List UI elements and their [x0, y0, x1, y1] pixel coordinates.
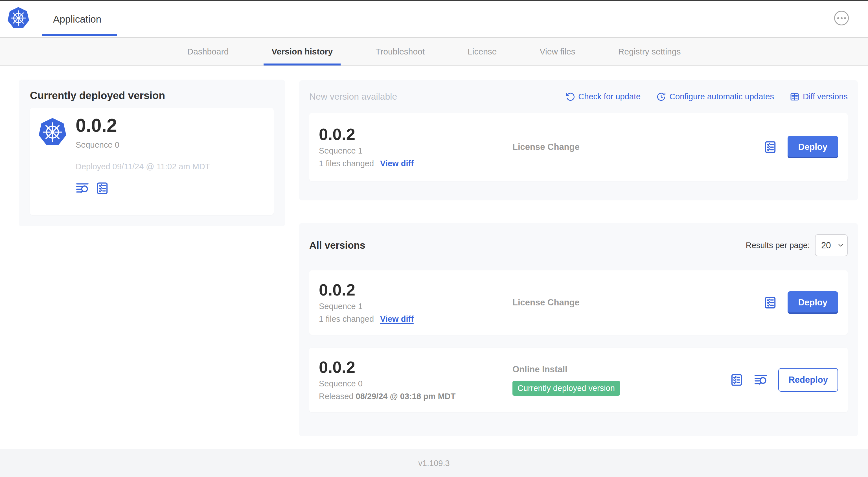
- view-diff-link[interactable]: View diff: [380, 315, 414, 324]
- admin-console-version: v1.109.3: [418, 459, 450, 468]
- currently-deployed-badge: Currently deployed version: [513, 381, 620, 396]
- results-per-page-select[interactable]: 20: [815, 234, 848, 256]
- app-title-active-indicator: [42, 34, 117, 36]
- files-changed-label: 1 files changed: [319, 159, 374, 168]
- version-row: 0.0.2 Sequence 0 Released 08/29/24 @ 03:…: [309, 348, 848, 412]
- currently-deployed-heading: Currently deployed version: [30, 90, 165, 101]
- view-logs-icon[interactable]: [75, 181, 89, 195]
- refresh-icon: [565, 92, 575, 101]
- sequence-label: Sequence 1: [319, 302, 513, 311]
- ellipsis-icon: [837, 17, 839, 19]
- redeploy-button[interactable]: Redeploy: [778, 368, 838, 392]
- version-label: 0.0.2: [319, 359, 513, 376]
- tab-view-files[interactable]: View files: [540, 37, 576, 65]
- preflight-checks-icon[interactable]: [763, 140, 777, 154]
- kubernetes-app-logo-icon: [7, 6, 29, 30]
- version-source-label: License Change: [513, 297, 763, 308]
- more-options-button[interactable]: [834, 11, 849, 25]
- view-diff-link[interactable]: View diff: [380, 159, 414, 168]
- sequence-label: Sequence 0: [319, 379, 513, 388]
- deployed-sequence-label: Sequence 0: [75, 140, 210, 150]
- results-per-page-label: Results per page:: [746, 241, 810, 250]
- deploy-button[interactable]: Deploy: [787, 291, 838, 314]
- released-timestamp: Released 08/29/24 @ 03:18 pm MDT: [319, 392, 513, 401]
- footer: v1.109.3: [0, 449, 868, 477]
- new-version-row: 0.0.2 Sequence 1 1 files changed View di…: [309, 113, 848, 181]
- all-versions-panel: All versions Results per page: 20 0.0.2 …: [299, 223, 858, 436]
- preflight-checks-icon[interactable]: [95, 181, 109, 195]
- version-label: 0.0.2: [319, 126, 513, 143]
- new-version-heading: New version available: [309, 91, 397, 102]
- currently-deployed-card: 0.0.2 Sequence 0 Deployed 09/11/24 @ 11:…: [30, 108, 274, 215]
- preflight-checks-icon[interactable]: [763, 296, 777, 309]
- new-version-panel: New version available Check for update C…: [299, 80, 858, 200]
- deploy-button[interactable]: Deploy: [787, 136, 838, 158]
- schedule-refresh-icon: [656, 92, 666, 101]
- view-logs-icon[interactable]: [754, 373, 768, 387]
- tab-version-history[interactable]: Version history: [272, 37, 333, 65]
- sequence-label: Sequence 1: [319, 146, 513, 155]
- deployed-timestamp: Deployed 09/11/24 @ 11:02 am MDT: [75, 162, 210, 171]
- version-row: 0.0.2 Sequence 1 1 files changed View di…: [309, 270, 848, 335]
- version-source-label: Online Install: [513, 364, 730, 375]
- all-versions-heading: All versions: [309, 240, 365, 251]
- tab-registry-settings[interactable]: Registry settings: [618, 37, 681, 65]
- preflight-checks-icon[interactable]: [730, 373, 743, 387]
- app-title: Application: [53, 13, 101, 25]
- diff-versions-link[interactable]: Diff versions: [790, 92, 848, 101]
- diff-icon: [790, 92, 799, 101]
- check-for-update-link[interactable]: Check for update: [565, 92, 641, 101]
- version-source-label: License Change: [513, 142, 763, 152]
- configure-automatic-updates-link[interactable]: Configure automatic updates: [656, 92, 774, 101]
- tab-license[interactable]: License: [468, 37, 497, 65]
- tab-troubleshoot[interactable]: Troubleshoot: [376, 37, 425, 65]
- tab-dashboard[interactable]: Dashboard: [187, 37, 229, 65]
- tab-bar: Dashboard Version history Troubleshoot L…: [0, 37, 868, 66]
- currently-deployed-panel: Currently deployed version 0.0.2 Sequenc…: [19, 80, 285, 226]
- app-header: Application: [0, 1, 868, 37]
- kubernetes-version-icon: [38, 117, 67, 147]
- version-label: 0.0.2: [319, 281, 513, 299]
- files-changed-label: 1 files changed: [319, 315, 374, 324]
- deployed-version-label: 0.0.2: [75, 116, 210, 135]
